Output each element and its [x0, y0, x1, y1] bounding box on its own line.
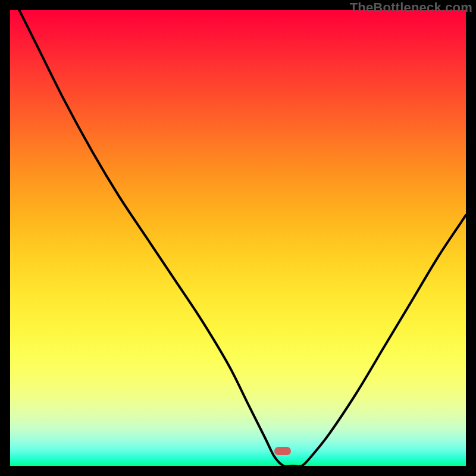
curve-layer [10, 10, 466, 466]
chart-stage: TheBottleneck.com [0, 0, 476, 476]
optimum-marker [274, 447, 291, 455]
attribution-text: TheBottleneck.com [350, 0, 472, 15]
plot-area [10, 10, 466, 466]
bottleneck-curve [10, 0, 466, 466]
